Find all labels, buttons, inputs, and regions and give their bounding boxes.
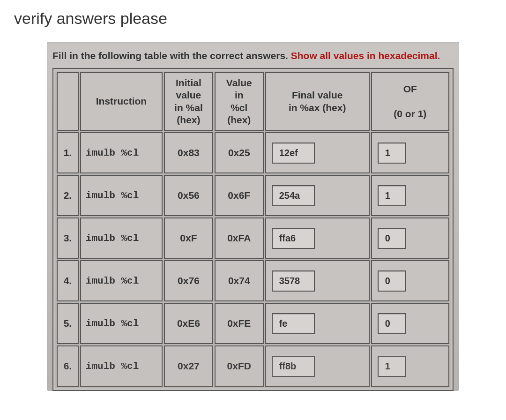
header-row: Instruction Initialvaluein %al(hex) Valu… <box>57 72 449 131</box>
of-answer-input[interactable]: 1 <box>378 356 406 377</box>
row-al: 0x56 <box>164 175 213 216</box>
row-num: 3. <box>57 218 79 259</box>
row-num: 1. <box>57 132 79 173</box>
row-num: 2. <box>57 175 79 216</box>
row-cl: 0xFD <box>215 345 264 387</box>
row-cl: 0xFE <box>215 303 264 344</box>
table-row: 2. imulb %cl 0x56 0x6F 254a 1 <box>57 175 449 216</box>
table-row: 4. imulb %cl 0x76 0x74 3578 0 <box>57 260 449 301</box>
row-cl: 0xFA <box>215 218 264 259</box>
row-instr: imulb %cl <box>80 218 163 259</box>
row-cl: 0x25 <box>215 132 264 173</box>
row-instr: imulb %cl <box>80 175 163 216</box>
row-instr: imulb %cl <box>80 303 163 344</box>
table-row: 5. imulb %cl 0xE6 0xFE fe 0 <box>57 303 449 344</box>
row-num: 4. <box>57 260 79 301</box>
row-instr: imulb %cl <box>80 260 163 301</box>
header-final: Final valuein %ax (hex) <box>265 72 370 131</box>
of-answer-input[interactable]: 1 <box>378 142 406 164</box>
row-cl: 0x74 <box>215 260 264 301</box>
final-answer-input[interactable]: ff8b <box>272 356 315 377</box>
row-al: 0xE6 <box>164 303 213 344</box>
row-instr: imulb %cl <box>80 132 163 173</box>
exercise-panel: Fill in the following table with the cor… <box>47 42 459 391</box>
header-num <box>57 72 79 131</box>
final-answer-input[interactable]: 254a <box>272 185 315 206</box>
table-row: 3. imulb %cl 0xF 0xFA ffa6 0 <box>57 218 449 259</box>
header-of: OF(0 or 1) <box>371 72 449 131</box>
header-cl: Valuein%cl(hex) <box>215 72 264 131</box>
row-num: 6. <box>57 345 79 387</box>
table-row: 1. imulb %cl 0x83 0x25 12ef 1 <box>57 132 449 173</box>
row-cl: 0x6F <box>215 175 264 216</box>
final-answer-input[interactable]: 12ef <box>272 142 315 164</box>
of-answer-input[interactable]: 0 <box>378 270 406 292</box>
row-al: 0xF <box>164 218 213 259</box>
row-al: 0x27 <box>164 345 213 387</box>
instruction-text: Fill in the following table with the cor… <box>52 50 454 61</box>
of-answer-input[interactable]: 1 <box>378 185 406 206</box>
final-answer-input[interactable]: ffa6 <box>272 228 315 249</box>
table-row: 6. imulb %cl 0x27 0xFD ff8b 1 <box>57 345 449 387</box>
header-instruction: Instruction <box>80 72 163 131</box>
instruction-highlight: Show all values in hexadecimal. <box>291 50 440 61</box>
instruction-prefix: Fill in the following table with the cor… <box>52 50 291 61</box>
final-answer-input[interactable]: fe <box>272 313 315 334</box>
final-answer-input[interactable]: 3578 <box>272 270 315 292</box>
row-al: 0x83 <box>164 132 213 173</box>
page-title: verify answers please <box>0 0 506 42</box>
table-border: Instruction Initialvaluein %al(hex) Valu… <box>52 68 454 391</box>
row-num: 5. <box>57 303 79 344</box>
of-answer-input[interactable]: 0 <box>378 313 406 334</box>
row-al: 0x76 <box>164 260 213 301</box>
of-answer-input[interactable]: 0 <box>378 228 406 249</box>
row-instr: imulb %cl <box>80 345 163 387</box>
header-al: Initialvaluein %al(hex) <box>164 72 213 131</box>
answers-table: Instruction Initialvaluein %al(hex) Valu… <box>55 71 451 388</box>
